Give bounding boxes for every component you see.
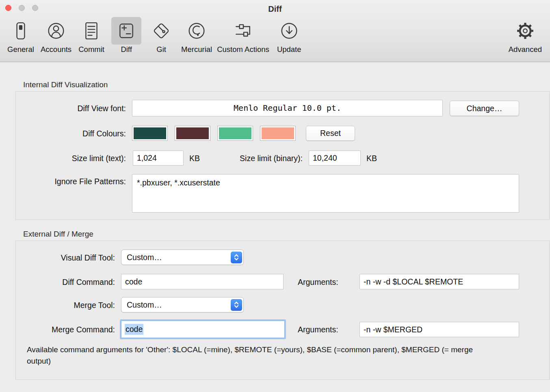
visual-diff-tool-label: Visual Diff Tool: xyxy=(0,253,115,263)
toolbar-item-commit[interactable]: Commit xyxy=(74,17,109,54)
toolbar-item-label: General xyxy=(7,45,34,54)
update-icon xyxy=(274,17,304,45)
diff-view-font-label: Diff View font: xyxy=(0,103,126,113)
preferences-toolbar: General Accounts xyxy=(0,16,550,54)
section-title-internal-diff: Internal Diff Visualization xyxy=(23,80,108,89)
toolbar-item-label: Accounts xyxy=(41,45,71,54)
size-limit-text-input[interactable] xyxy=(133,151,184,166)
commit-icon xyxy=(76,17,106,45)
diff-colour-well-4[interactable] xyxy=(260,126,296,141)
visual-diff-tool-value: Custom… xyxy=(127,253,162,262)
merge-command-input[interactable]: code xyxy=(121,321,285,338)
titlebar: Diff xyxy=(0,0,550,16)
size-limit-binary-unit: KB xyxy=(366,153,377,163)
toolbar-item-label: Git xyxy=(156,45,166,54)
diff-colours-label: Diff Colours: xyxy=(0,129,126,138)
toolbar-item-label: Custom Actions xyxy=(217,45,269,54)
custom-actions-icon xyxy=(228,17,258,45)
diff-icon xyxy=(111,17,141,45)
reset-colours-button[interactable]: Reset xyxy=(306,126,355,141)
ignore-file-patterns-label: Ignore File Patterns: xyxy=(0,177,126,186)
merge-tool-select[interactable]: Custom… xyxy=(121,297,244,312)
traffic-lights xyxy=(5,5,38,11)
diff-colour-well-3[interactable] xyxy=(217,126,253,141)
minimize-button[interactable] xyxy=(19,5,25,11)
advanced-gear-icon xyxy=(510,17,540,45)
diff-colour-well-2[interactable] xyxy=(175,126,210,141)
colour-swatch-dark-maroon xyxy=(176,127,209,139)
preferences-content: Internal Diff Visualization Diff View fo… xyxy=(0,62,550,392)
merge-command-selected-text: code xyxy=(125,324,143,335)
command-arguments-help-text: Available command arguments for 'Other':… xyxy=(27,344,486,367)
change-font-button[interactable]: Change… xyxy=(450,101,519,116)
accounts-icon xyxy=(41,17,71,45)
toolbar-item-label: Commit xyxy=(78,45,104,54)
size-limit-binary-label: Size limit (binary): xyxy=(177,153,303,163)
merge-arguments-input[interactable] xyxy=(359,322,519,337)
ignore-file-patterns-textarea[interactable]: *.pbxuser, *.xcuserstate xyxy=(132,174,519,213)
window-title: Diff xyxy=(0,0,550,18)
toolbar-item-update[interactable]: Update xyxy=(272,17,307,54)
merge-command-label: Merge Command: xyxy=(0,325,115,334)
toolbar-item-label: Mercurial xyxy=(181,45,212,54)
stepper-chevrons-icon xyxy=(231,299,242,311)
toolbar-item-diff[interactable]: Diff xyxy=(109,17,144,54)
colour-swatch-green xyxy=(219,127,251,139)
toolbar-item-git[interactable]: Git xyxy=(144,17,179,54)
colour-swatch-salmon xyxy=(262,127,294,139)
visual-diff-tool-select[interactable]: Custom… xyxy=(121,250,244,265)
toolbar-item-mercurial[interactable]: Mercurial xyxy=(179,17,214,54)
size-limit-binary-input[interactable] xyxy=(309,151,361,166)
toolbar-item-advanced[interactable]: Advanced xyxy=(506,17,544,54)
section-title-external-diff-merge: External Diff / Merge xyxy=(23,230,93,239)
toolbar-item-label: Advanced xyxy=(509,45,542,54)
stepper-chevrons-icon xyxy=(231,252,242,263)
git-icon xyxy=(146,17,176,45)
colour-swatch-dark-teal xyxy=(134,127,166,139)
toolbar-item-label: Diff xyxy=(121,45,132,54)
merge-tool-label: Merge Tool: xyxy=(0,300,115,310)
size-limit-text-label: Size limit (text): xyxy=(0,153,126,163)
merge-arguments-label: Arguments: xyxy=(298,325,338,334)
diff-colour-well-1[interactable] xyxy=(132,126,168,141)
toolbar-item-label: Update xyxy=(277,45,301,54)
toolbar-item-accounts[interactable]: Accounts xyxy=(38,17,74,54)
toolbar-item-general[interactable]: General xyxy=(3,17,38,54)
general-icon xyxy=(6,17,36,45)
diff-command-input[interactable] xyxy=(121,274,284,289)
diff-view-font-well[interactable]: Menlo Regular 10.0 pt. xyxy=(132,100,443,116)
merge-tool-value: Custom… xyxy=(127,300,162,310)
mercurial-icon xyxy=(182,17,212,45)
diff-command-label: Diff Command: xyxy=(0,277,115,287)
diff-arguments-label: Arguments: xyxy=(298,277,338,287)
diff-arguments-input[interactable] xyxy=(359,274,519,289)
toolbar-item-custom-actions[interactable]: Custom Actions xyxy=(214,17,272,54)
close-button[interactable] xyxy=(5,5,11,11)
zoom-button[interactable] xyxy=(32,5,38,11)
window-header: Diff General Accounts xyxy=(0,0,550,62)
